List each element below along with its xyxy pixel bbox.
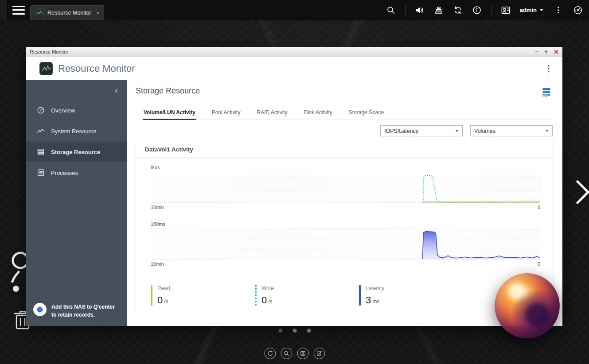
sidebar-item-storage-resource[interactable]: Storage Resource [26, 141, 127, 162]
background-tasks-icon[interactable] [434, 5, 444, 15]
desktop-page-dot[interactable] [307, 329, 311, 333]
app-header: Resource Monitor ⋮ [26, 57, 562, 80]
legend-read-label: Read [157, 285, 170, 291]
top-bar: Resource Monitor × [0, 0, 589, 20]
filter-row: IOPS/Latency Volumes [136, 125, 553, 136]
taskbar-tab-resource-monitor[interactable]: Resource Monitor × [30, 5, 104, 20]
sidebar-item-label: Overview [51, 107, 75, 114]
sidebar: ‹ Overview System Resource Storage Resou… [26, 80, 127, 326]
dashboard-columns-icon[interactable] [297, 348, 308, 359]
topbar-right-icons: admin ⋮ [386, 4, 589, 16]
storage-disks-icon [37, 148, 45, 156]
legend-read-unit: /s [164, 298, 168, 305]
latency-plot-area [151, 228, 540, 259]
legend-write: Write 0/s [255, 285, 359, 306]
main-menu-icon[interactable] [12, 6, 25, 15]
chevron-down-icon [540, 9, 543, 11]
recent-apps-icon[interactable] [264, 348, 276, 359]
gauge-icon [37, 106, 45, 114]
iops-x-start-label: 10min [151, 205, 164, 210]
resource-monitor-app-icon [35, 8, 44, 17]
iops-x-end-label: 0 [538, 205, 540, 210]
sidebar-item-overview[interactable]: Overview [26, 100, 127, 120]
desktop-page-dots [278, 329, 311, 333]
resource-monitor-app-icon [39, 62, 53, 75]
legend-write-value: 0 [261, 294, 267, 306]
main-content: Storage Resource Volume/LUN Activity Poo… [127, 80, 562, 326]
user-badge-icon[interactable] [501, 5, 511, 15]
info-icon[interactable] [472, 5, 482, 15]
activity-panel: DataVol1 Activity 80/s 10min 0 180ms [136, 141, 554, 316]
metric-select[interactable]: IOPS/Latency [380, 125, 463, 136]
chevron-down-icon [455, 130, 459, 132]
desktop-page-dot[interactable] [293, 329, 296, 333]
desktop-dock [264, 348, 325, 359]
tab-disk-activity[interactable]: Disk Activity [303, 107, 333, 120]
tab-bar: Volume/LUN Activity Pool Activity RAID A… [143, 107, 554, 120]
process-list-icon [37, 169, 45, 177]
legend-read: Read 0/s [151, 285, 255, 306]
window-title: Resource Monitor [30, 49, 68, 54]
watermark-logo [495, 273, 560, 338]
chart-legend: Read 0/s Write 0/s [151, 285, 540, 306]
user-menu[interactable]: admin [520, 7, 543, 13]
panel-title: DataVol1 Activity [136, 141, 554, 158]
tab-close-icon[interactable]: × [96, 10, 100, 16]
search-icon[interactable] [386, 5, 396, 15]
maximize-button[interactable]: + [544, 49, 548, 55]
legend-latency-value: 3 [366, 294, 371, 306]
minimize-button[interactable]: − [535, 49, 538, 55]
app-title: Resource Monitor [58, 63, 135, 74]
feedback-note-icon[interactable] [313, 348, 325, 359]
taskbar-tab-label: Resource Monitor [47, 10, 91, 16]
volume-icon[interactable] [415, 5, 425, 15]
write-color-bar [255, 285, 257, 306]
sidebar-item-system-resource[interactable]: System Resource [26, 120, 127, 141]
user-name: admin [520, 7, 537, 13]
desktop: Resource Monitor × [0, 0, 589, 364]
more-options-icon[interactable]: ⋮ [553, 5, 564, 15]
sidebar-item-label: System Resource [51, 128, 97, 135]
latency-x-start-label: 10min [151, 261, 164, 267]
qcenter-promo[interactable]: Add this NAS to Q'center to retain recor… [33, 303, 122, 319]
topbar-edge-strip [0, 0, 8, 20]
dashboard-gauge-icon[interactable] [573, 5, 583, 15]
tab-volume-lun-activity[interactable]: Volume/LUN Activity [143, 107, 196, 120]
sidebar-item-label: Processes [51, 170, 78, 176]
qcenter-text-line2: to retain records. [51, 312, 95, 318]
app-menu-icon[interactable]: ⋮ [542, 64, 555, 74]
sidebar-collapse-icon[interactable]: ‹ [115, 85, 118, 94]
search-icon[interactable] [281, 348, 292, 359]
legend-write-unit: /s [268, 298, 272, 305]
read-color-bar [151, 285, 152, 306]
legend-latency-label: Latency [366, 285, 384, 291]
metric-select-value: IOPS/Latency [384, 128, 418, 134]
resource-monitor-window: Resource Monitor − + ✕ Resource Monitor … [26, 47, 562, 326]
legend-latency: Latency 3ms [359, 285, 463, 306]
latency-x-end-label: 0 [538, 261, 540, 267]
sidebar-item-label: Storage Resource [51, 149, 100, 155]
tab-raid-activity[interactable]: RAID Activity [256, 107, 288, 120]
iops-plot-area [151, 172, 540, 203]
storage-snapshots-icon[interactable] [540, 86, 553, 101]
target-select-value: Volumes [474, 128, 495, 134]
qcenter-icon [33, 303, 47, 316]
latency-y-axis-label: 180ms [151, 221, 540, 227]
tab-pool-activity[interactable]: Pool Activity [211, 107, 242, 120]
latency-color-bar [359, 285, 361, 306]
desktop-page-dot[interactable] [278, 329, 282, 333]
line-chart-icon [37, 127, 45, 135]
topbar-divider [405, 4, 406, 16]
chevron-down-icon [545, 130, 549, 132]
target-select[interactable]: Volumes [470, 125, 553, 136]
sync-icon[interactable] [453, 5, 463, 15]
desktop-next-page-chevron-icon[interactable] [574, 179, 589, 207]
tab-storage-space[interactable]: Storage Space [348, 107, 385, 120]
close-button[interactable]: ✕ [554, 49, 559, 55]
window-titlebar[interactable]: Resource Monitor − + ✕ [26, 47, 562, 57]
qcenter-text-line1: Add this NAS to Q'center [51, 304, 115, 310]
latency-chart: 180ms 10min 0 [151, 221, 540, 267]
page-title: Storage Resource [136, 86, 200, 96]
sidebar-item-processes[interactable]: Processes [26, 162, 127, 183]
desktop-mascot-icon[interactable] [10, 251, 28, 298]
